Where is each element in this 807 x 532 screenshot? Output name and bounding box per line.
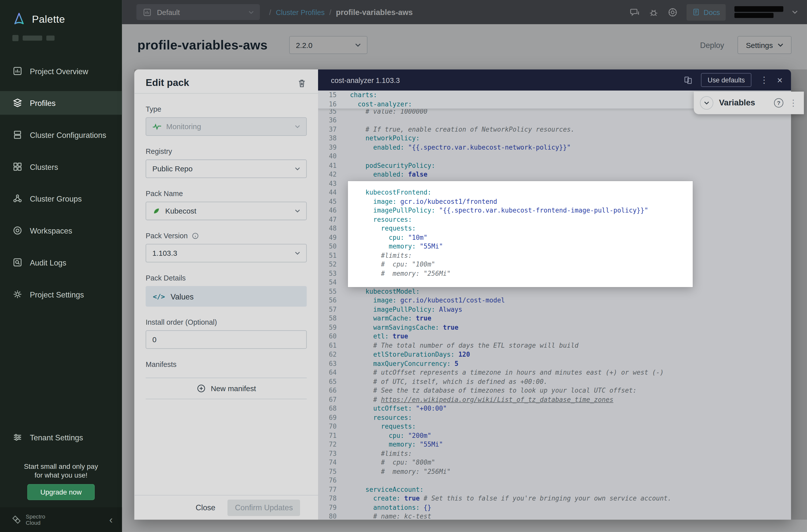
brand-line-2: Cloud [26, 519, 45, 526]
code-line: 61 # The total number of days the ETL st… [318, 341, 791, 350]
code-line: kubecostFrontend: [348, 188, 693, 197]
pack-details-label: Pack Details [146, 274, 307, 282]
spectro-cloud-wordmark: Spectro Cloud [26, 514, 45, 526]
use-defaults-button[interactable]: Use defaults [701, 73, 752, 87]
sidebar-item-cluster-groups[interactable]: Cluster Groups [0, 187, 122, 211]
line-number: 72 [318, 440, 344, 449]
chat-icon[interactable] [630, 7, 640, 17]
code-line: 38 networkPolicy: [318, 134, 791, 143]
line-number: 71 [318, 431, 344, 440]
new-manifest-button[interactable]: New manifest [146, 378, 307, 399]
editor-body[interactable]: 35 # value: 10000003637 # If true, enabl… [318, 91, 791, 520]
pack-version-label-text: Pack Version [146, 231, 188, 240]
edit-pack-header: Edit pack [134, 70, 318, 94]
code-line: 58 warmCache: true [318, 314, 791, 323]
sidebar-item-tenant-settings[interactable]: Tenant Settings [0, 427, 122, 448]
bug-report-icon[interactable] [649, 7, 659, 17]
trash-icon[interactable] [297, 78, 307, 88]
upgrade-now-button[interactable]: Upgrade now [27, 484, 95, 500]
breadcrumb-separator: / [329, 8, 331, 16]
install-order-input[interactable] [146, 330, 307, 349]
variables-help-icon[interactable]: ? [774, 98, 783, 108]
registry-select[interactable]: Public Repo [146, 159, 307, 178]
sidebar-item-audit-logs[interactable]: Audit Logs [0, 250, 122, 274]
line-number: 70 [318, 422, 344, 431]
line-number: 78 [318, 494, 344, 503]
redacted-bar [23, 36, 42, 41]
settings-label: Settings [746, 41, 773, 49]
sidebar-collapse-icon[interactable]: ‹ [109, 514, 113, 525]
code-line: 59 warmSavingsCache: true [318, 323, 791, 332]
line-number: 48 [318, 224, 344, 233]
close-icon[interactable]: ✕ [777, 76, 783, 84]
code-line: 78 create: true # Set this to false if y… [318, 494, 791, 503]
version-select[interactable]: 2.2.0 [289, 36, 367, 54]
sidebar-item-workspaces[interactable]: Workspaces [0, 218, 122, 242]
line-number: 52 [318, 260, 344, 269]
values-tab[interactable]: </> Values [146, 286, 307, 306]
line-number: 47 [318, 215, 344, 224]
editor-header-actions: Use defaults ⋮ ✕ [683, 73, 783, 87]
kebab-menu-icon[interactable]: ⋮ [760, 76, 769, 84]
code-line: 76 [318, 476, 791, 485]
editor-header: cost-analyzer 1.103.3 Use defaults ⋮ ✕ [318, 70, 791, 90]
line-number: 54 [318, 278, 344, 287]
pack-version-select[interactable]: 1.103.3 [146, 244, 307, 262]
sidebar-item-cluster-configurations[interactable]: Cluster Configurations [0, 123, 122, 147]
variables-kebab-icon[interactable]: ⋮ [789, 98, 798, 107]
chevron-down-icon [777, 43, 783, 47]
sidebar-nav: Project Overview Profiles Cluster Config… [0, 59, 122, 315]
confirm-updates-button[interactable]: Confirm Updates [228, 499, 300, 516]
line-number: 68 [318, 404, 344, 413]
page-title: profile-variables-aws [137, 37, 267, 53]
deploy-button[interactable]: Deploy [697, 40, 727, 50]
chevron-down-icon [355, 43, 361, 47]
code-icon: </> [153, 292, 165, 300]
docs-button[interactable]: Docs [687, 4, 726, 20]
code-line: 56 image: gcr.io/kubecost1/cost-model [318, 296, 791, 305]
chevron-down-icon [295, 125, 300, 128]
highlighted-code-block[interactable]: kubecostFrontend: image: gcr.io/kubecost… [348, 181, 693, 287]
code-line: # memory: "256Mi" [348, 269, 693, 278]
code-line: requests: [348, 224, 693, 233]
brand-line-1: Spectro [26, 514, 45, 520]
settings-button[interactable]: Settings [737, 36, 791, 54]
sidebar-item-profiles[interactable]: Profiles [0, 91, 122, 115]
line-number: 55 [318, 287, 344, 296]
variables-collapse-button[interactable] [700, 96, 713, 110]
diff-view-icon[interactable] [683, 75, 693, 85]
layers-icon [12, 98, 22, 108]
close-button[interactable]: Close [193, 503, 219, 513]
project-selector[interactable]: Default [136, 4, 260, 20]
sidebar-item-clusters[interactable]: Clusters [0, 155, 122, 178]
line-number: 59 [318, 323, 344, 332]
code-line: 62 etlStoreDurationDays: 120 [318, 350, 791, 359]
redacted-user-info [734, 6, 783, 18]
info-icon[interactable] [191, 232, 199, 240]
kubecost-icon [152, 207, 161, 215]
edit-pack-footer: Close Confirm Updates [134, 495, 318, 520]
line-number: 51 [318, 251, 344, 260]
variables-panel-title: Variables [719, 98, 769, 108]
pack-name-select[interactable]: Kubecost [146, 202, 307, 220]
code-line: 39 enabled: "{{.spectro.var.kubecost-net… [318, 143, 791, 152]
document-icon [692, 8, 700, 17]
sidebar-item-project-overview[interactable]: Project Overview [0, 59, 122, 83]
line-number: 49 [318, 233, 344, 242]
code-line: 70 requests: [318, 422, 791, 431]
breadcrumb-cluster-profiles[interactable]: Cluster Profiles [276, 8, 325, 16]
line-number: 44 [318, 188, 344, 197]
line-number: 16 [318, 100, 344, 109]
code-line: 60 etl: true [318, 332, 791, 341]
pack-version-value: 1.103.3 [152, 249, 290, 257]
docs-label: Docs [703, 8, 720, 16]
help-icon[interactable] [668, 7, 678, 17]
breadcrumb-separator: / [269, 8, 271, 16]
code-line: 37 # If true, enable creation of Network… [318, 125, 791, 134]
values-tab-label: Values [171, 292, 194, 301]
sidebar-item-project-settings[interactable]: Project Settings [0, 283, 122, 306]
chevron-down-icon[interactable] [792, 10, 798, 14]
line-number: 62 [318, 350, 344, 359]
promo-line-1: Start small and only pay [0, 462, 122, 471]
pack-name-label: Pack Name [146, 189, 307, 197]
